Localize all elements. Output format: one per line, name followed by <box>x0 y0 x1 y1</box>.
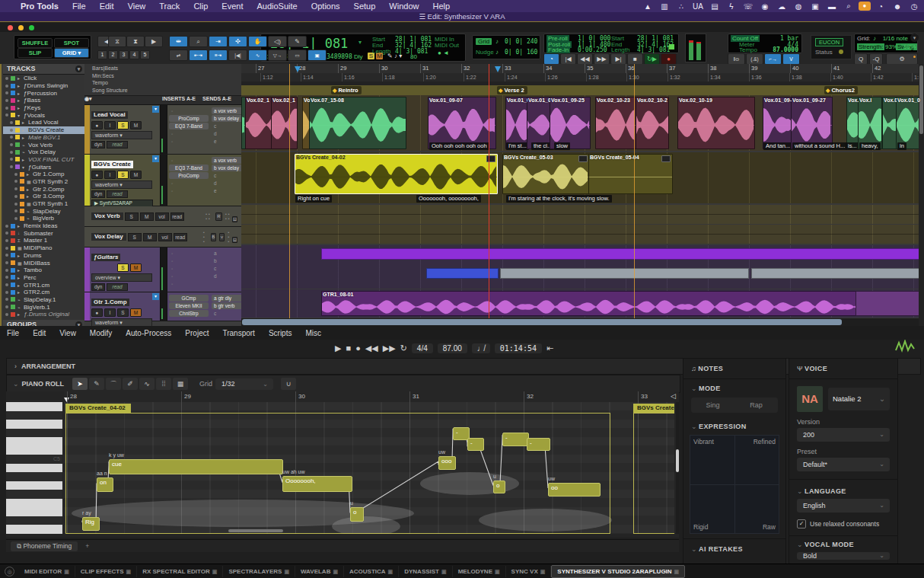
track-list-item-bigverb[interactable]: ⌁BigVerb <box>3 215 84 222</box>
automation-selector[interactable]: read <box>107 283 127 291</box>
slot-a[interactable]: a <box>212 250 244 257</box>
track-list-item-midibass[interactable]: ▦MIDIBass <box>3 259 84 267</box>
markers-ruler[interactable]: ◆Reintro◆Verse 2◆Chorus2 <box>241 85 924 96</box>
phone-icon[interactable]: ☏ <box>741 2 755 11</box>
clip-vox-01-0[interactable]: Vox.01_0 <box>505 97 528 149</box>
menu-clip[interactable]: Clip <box>186 2 215 11</box>
clip-vox-02-1[interactable]: Vox.02_1 <box>271 97 298 149</box>
slot-b-vox-delay[interactable]: b vox delay <box>212 115 244 122</box>
pencil-tool[interactable]: ✎ <box>288 36 307 47</box>
pitch-tool[interactable]: ∿ <box>139 378 155 390</box>
track-list-item--drums-swingin[interactable]: ▸ƒDrums Swingin <box>3 82 84 90</box>
sv-menu-scripts[interactable]: Scripts <box>262 329 299 337</box>
goto-playhead-button[interactable]: ⇤ <box>546 343 553 353</box>
sv-note--[interactable]: - <box>527 438 550 451</box>
track-view-selector[interactable]: waveform ▾ <box>91 131 152 139</box>
app-icon-a[interactable]: ▲ <box>641 2 655 11</box>
relaxed-consonants-checkbox[interactable]: ✓ <box>797 519 806 529</box>
track-list-item-vox-verb[interactable]: ⌁Vox Verb <box>3 141 84 148</box>
mute-button[interactable]: M <box>130 308 142 317</box>
tempo-label[interactable]: Tempo <box>739 46 757 53</box>
marker-reintro[interactable]: ◆Reintro <box>331 86 362 94</box>
track-freeze-icon[interactable]: ▾ <box>152 155 159 162</box>
insertion-follows[interactable]: |◀| <box>228 49 247 61</box>
track-list-item--vocals[interactable]: ▾ƒVocals <box>3 111 84 119</box>
clock-icon[interactable]: ◷ <box>907 2 921 11</box>
bottom-tab-midi-editor[interactable]: MIDI EDITOR▣ <box>19 566 75 577</box>
slot-empty[interactable]: ◦ <box>169 187 209 194</box>
clip-vox-l[interactable]: Vox.l <box>858 97 882 149</box>
track-list-item-tambo[interactable]: ▸Tambo <box>3 267 84 274</box>
nudge-label[interactable]: Nudge <box>476 49 494 56</box>
edit-horizontal-scrollbar[interactable] <box>241 318 924 326</box>
sel-length[interactable]: 4| 3| 081 <box>395 48 428 55</box>
menu-pro-tools[interactable]: Pro Tools <box>14 2 65 11</box>
sv-note-oooooooh-[interactable]: Oooooooh, <box>282 476 352 492</box>
clip-vox-01-0[interactable]: Vox.01_0 <box>527 97 551 149</box>
zoom-button-1[interactable]: ⧖ <box>108 36 126 47</box>
slot-procomp[interactable]: ProComp <box>169 115 209 122</box>
tempo-chip[interactable]: 87.00 <box>438 343 467 353</box>
fadein-value[interactable]: 0:00.250 <box>578 46 607 53</box>
inserts-slots[interactable]: GCmpEleven MKIIChnlStrp <box>167 292 210 321</box>
track-list-item-vox-delay[interactable]: ⌁Vox Delay <box>3 148 84 156</box>
slot-procomp[interactable]: ProComp <box>169 172 209 179</box>
quantize-alt-button[interactable]: -Q <box>869 53 883 65</box>
voice-avatar[interactable]: NA <box>797 386 823 412</box>
sv-note-rig[interactable]: Rig <box>82 517 100 531</box>
box-icon[interactable]: ▣ <box>808 2 822 11</box>
guitar-overview-segment-1[interactable] <box>426 268 499 279</box>
counter-dropdown-icon[interactable]: ▾ <box>358 39 362 46</box>
slot-empty[interactable]: ◦ <box>169 265 209 272</box>
minimize-button[interactable] <box>18 25 24 30</box>
record-button[interactable]: ● <box>661 53 677 65</box>
sv-note-o[interactable]: o <box>350 507 364 522</box>
slot-empty[interactable]: ◦ <box>169 107 209 114</box>
bottom-tab-dynassist[interactable]: DYNASSIST▣ <box>399 566 452 577</box>
track-header-vox-verb[interactable]: Vox Verb SMvolread • • • • R • • • • ⊡ <box>84 206 241 227</box>
ai-retakes-section-title[interactable]: AI RETAKES <box>699 545 743 553</box>
track-name[interactable]: Gtr 1.Comp <box>91 299 129 306</box>
bottom-tab-sync-vx[interactable]: SYNC VX▣ <box>506 566 552 577</box>
bolt-icon[interactable]: ϟ <box>725 2 738 11</box>
track-list-item--percussion[interactable]: ▸ƒPercussion <box>3 89 84 97</box>
user-icon[interactable]: ☻ <box>891 2 904 11</box>
piano-roll-grid[interactable]: BGVs Create_04-02BGVs Create_05-Rigr ayo… <box>64 402 674 534</box>
menu-setup[interactable]: Setup <box>347 2 383 11</box>
bottom-tab-melodyne[interactable]: MELODYNE▣ <box>453 566 506 577</box>
solo-button[interactable]: S <box>117 121 129 129</box>
tempo-value[interactable]: 87.0000 <box>773 46 798 53</box>
grabber-tool[interactable]: ✣ <box>228 36 247 47</box>
mute-button[interactable]: M <box>130 171 142 179</box>
sv-note--[interactable]: - <box>502 433 529 446</box>
tab-transient[interactable]: ⇄ <box>169 49 188 61</box>
input-monitor-button[interactable]: I <box>104 121 116 129</box>
slot-d[interactable]: d <box>212 273 244 279</box>
insert-v-button[interactable]: v <box>219 233 225 241</box>
vocal-mode-section-title[interactable]: VOCAL MODE <box>805 541 854 548</box>
track-list-item-remix-ideas[interactable]: ▸Remix Ideas <box>3 222 84 230</box>
slot-chnlstrp[interactable]: ChnlStrp <box>169 310 209 317</box>
track-list-item-gtr-2-comp[interactable]: ▸Gtr 2.Comp <box>3 185 84 193</box>
ruler-label-tempo[interactable]: Tempo <box>92 80 108 85</box>
language-select[interactable]: English⌄ <box>797 499 890 513</box>
track-name[interactable]: Vox Delay <box>91 233 126 241</box>
track-list-item-slapdelay-1[interactable]: ⌁SlapDelay.1 <box>3 296 84 304</box>
clip-vox-01-09-2[interactable]: Vox.01_09-2 <box>763 97 792 149</box>
track-list-item-master-1[interactable]: ΣMaster 1 <box>3 237 84 244</box>
slot-read[interactable]: read <box>170 212 184 221</box>
version-select[interactable]: 200⌄ <box>797 428 890 442</box>
mini-buttons[interactable]: SMvolread <box>125 212 184 221</box>
track-name[interactable]: Vox Verb <box>91 212 123 220</box>
expression-pad[interactable]: Vibrant Refined Rigid Raw <box>690 435 779 534</box>
slot-c[interactable]: c <box>212 123 244 129</box>
language-section-title[interactable]: LANGUAGE <box>805 487 846 495</box>
slot-eq3-7-band[interactable]: EQ3 7-Band <box>169 123 209 129</box>
trim-tool[interactable]: ⇥ <box>209 36 228 47</box>
slot-read[interactable]: read <box>174 233 187 241</box>
link-track[interactable]: ≡⇥ <box>209 49 228 61</box>
track-list-item--keys[interactable]: ▸ƒKeys <box>3 104 84 112</box>
playhead[interactable] <box>489 64 489 318</box>
track-list-item--bass[interactable]: ▸ƒBass <box>3 97 84 104</box>
mode-slip[interactable]: SLIP <box>18 48 53 58</box>
